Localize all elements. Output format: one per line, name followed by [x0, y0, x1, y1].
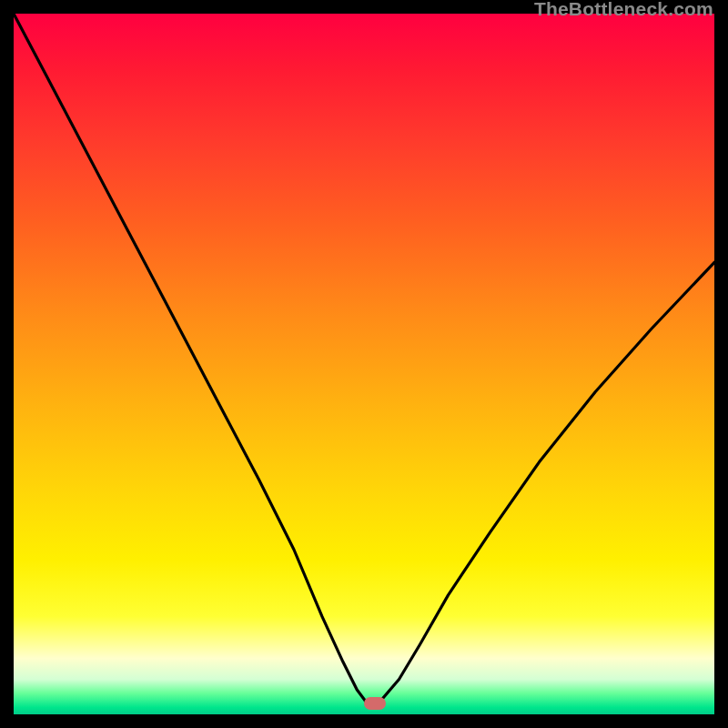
chart-frame: TheBottleneck.com	[0, 0, 728, 728]
bottleneck-curve	[14, 14, 714, 714]
optimal-point-marker	[364, 697, 386, 710]
watermark-text: TheBottleneck.com	[534, 0, 713, 20]
plot-area	[14, 14, 714, 714]
